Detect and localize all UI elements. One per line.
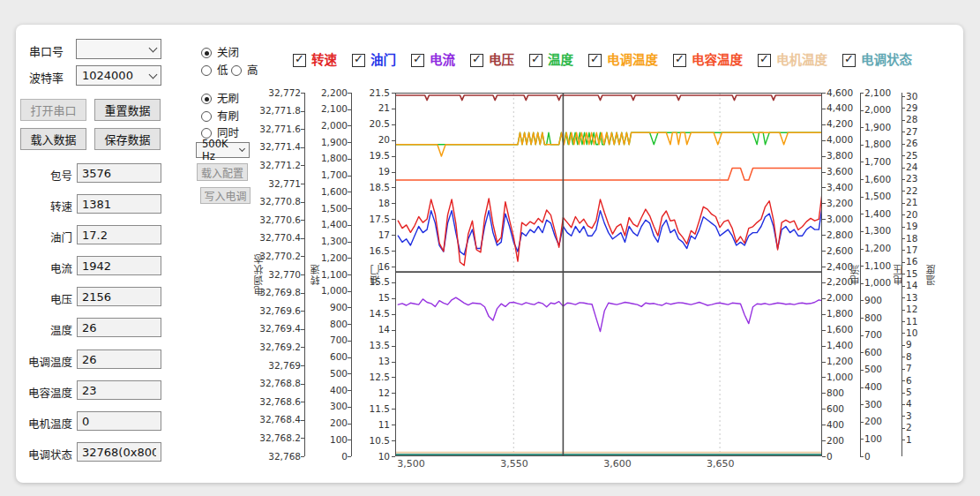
field-value-input[interactable] <box>77 194 161 214</box>
axis-tick-label: 32,770 <box>268 270 301 280</box>
axis-tick-label: 8 <box>906 352 912 362</box>
axis-tick <box>860 145 864 146</box>
baud-rate-select[interactable]: 1024000 <box>76 65 161 86</box>
axis-tick <box>392 456 395 457</box>
radio-option[interactable]: 关闭 <box>201 43 239 60</box>
legend-label: 温度 <box>548 53 573 67</box>
load-config-button[interactable]: 载入配置 <box>197 163 248 181</box>
legend-item-电压[interactable]: 电压 <box>470 49 514 68</box>
field-value-input[interactable] <box>77 442 161 462</box>
axis-tick-label: 1,600 <box>864 175 891 184</box>
axis-tick <box>822 440 826 441</box>
radio-label: 低 <box>217 64 228 77</box>
axis-tick <box>348 390 351 391</box>
legend-item-电调温度[interactable]: 电调温度 <box>588 49 658 68</box>
action-button-4[interactable]: 保存数据 <box>94 128 161 150</box>
axis-tick-label: 5 <box>906 387 912 397</box>
axis-tick-label: 3,200 <box>827 199 853 208</box>
field-value-input[interactable] <box>77 380 161 400</box>
app-window: 串口号 波特率 1024000 打开串口重置数据载入数据保存数据 包号转速油门电… <box>0 0 980 496</box>
axis-tick <box>860 249 864 250</box>
write-esc-button[interactable]: 写入电调 <box>200 187 251 204</box>
legend-item-电容温度[interactable]: 电容温度 <box>673 49 743 68</box>
action-button-2[interactable]: 重置数据 <box>94 99 161 121</box>
axis-tick <box>822 156 826 157</box>
axis-tick-label: 1,800 <box>864 139 891 149</box>
axis-tick-label: 1,300 <box>864 226 891 236</box>
radio-option[interactable]: 高 <box>231 61 258 78</box>
axis-tick-label: 28 <box>906 115 917 124</box>
axis-tick <box>860 404 864 405</box>
axis-tick <box>301 274 304 275</box>
field-value-input[interactable] <box>77 287 161 306</box>
checkbox-icon[interactable] <box>352 54 365 67</box>
axis-tick-label: 0 <box>341 452 348 462</box>
legend-item-转速[interactable]: 转速 <box>293 49 337 68</box>
axis-tick-label: 6 <box>906 376 912 386</box>
axis-tick <box>301 293 304 294</box>
radio-option[interactable]: 低 <box>201 61 228 78</box>
action-button-1[interactable]: 打开串口 <box>20 99 86 121</box>
axis-tick-label: 200 <box>330 418 348 428</box>
checkbox-icon[interactable] <box>293 54 306 67</box>
axis-tick-label: 1,200 <box>827 357 853 366</box>
checkbox-icon[interactable] <box>758 54 771 67</box>
serial-port-select[interactable] <box>76 39 161 59</box>
field-value-input[interactable] <box>77 225 161 244</box>
action-button-3[interactable]: 载入数据 <box>20 128 86 150</box>
checkbox-icon[interactable] <box>588 54 602 67</box>
axis-line <box>860 93 861 456</box>
chevron-down-icon <box>239 146 245 152</box>
axis-tick-label: 25 <box>906 151 917 161</box>
axis-tick-label: 12.5 <box>370 372 390 382</box>
field-value-input[interactable] <box>77 163 161 183</box>
field-value-input[interactable] <box>77 256 161 275</box>
axis-tick-label: 32,770.4 <box>259 233 301 243</box>
axis-tick-label: 2,100 <box>321 104 348 114</box>
axis-tick <box>348 242 351 243</box>
field-value-input[interactable] <box>77 411 161 431</box>
checkbox-icon[interactable] <box>411 54 424 67</box>
checkbox-icon[interactable] <box>529 54 542 67</box>
chart-plot-area[interactable] <box>395 93 822 456</box>
legend-item-油门[interactable]: 油门 <box>352 49 396 68</box>
axis-tick <box>901 155 905 156</box>
axis-tick-label: 11.5 <box>370 404 390 414</box>
axis-tick-label: 32,768 <box>268 452 301 462</box>
axis-tick <box>860 283 864 284</box>
legend-item-电流[interactable]: 电流 <box>411 49 455 68</box>
axis-tick <box>301 420 304 421</box>
axis-tick-label: 32,768.4 <box>259 415 301 425</box>
legend-item-电调状态[interactable]: 电调状态 <box>842 49 912 68</box>
axis-tick <box>901 191 905 192</box>
field-value-input[interactable] <box>77 318 161 337</box>
axis-tick <box>348 125 351 126</box>
axis-tick-label: 3,000 <box>827 214 853 224</box>
axis-tick-label: 2,100 <box>864 88 891 98</box>
field-value-input[interactable] <box>77 349 161 369</box>
axis-tick-label: 0 <box>864 452 871 462</box>
axis-tick <box>301 129 304 130</box>
checkbox-icon[interactable] <box>470 54 483 67</box>
radio-icon <box>201 94 212 104</box>
legend-item-温度[interactable]: 温度 <box>529 49 573 68</box>
legend-item-电机温度[interactable]: 电机温度 <box>758 49 827 68</box>
axis-tick <box>901 203 905 204</box>
axis-tick-label: 32,769 <box>268 361 301 371</box>
field-label: 电调温度 <box>7 353 72 370</box>
axis-tick <box>860 231 864 232</box>
axis-tick-label: 32,770.8 <box>259 197 301 207</box>
radio-option[interactable]: 无刷 <box>201 89 239 106</box>
frequency-select[interactable]: 500K Hz <box>196 142 250 158</box>
checkbox-icon[interactable] <box>673 54 686 67</box>
axis-tick <box>901 120 905 121</box>
checkbox-icon[interactable] <box>842 54 856 67</box>
axis-tick-label: 2,000 <box>827 293 853 303</box>
axis-tick <box>822 235 826 236</box>
baud-rate-value: 1024000 <box>82 69 133 82</box>
x-tick-label: 3,550 <box>500 458 528 470</box>
axis-tick <box>822 330 826 331</box>
radio-option[interactable]: 有刷 <box>201 107 239 124</box>
axis-tick <box>348 93 351 94</box>
axis-tick <box>301 402 304 402</box>
